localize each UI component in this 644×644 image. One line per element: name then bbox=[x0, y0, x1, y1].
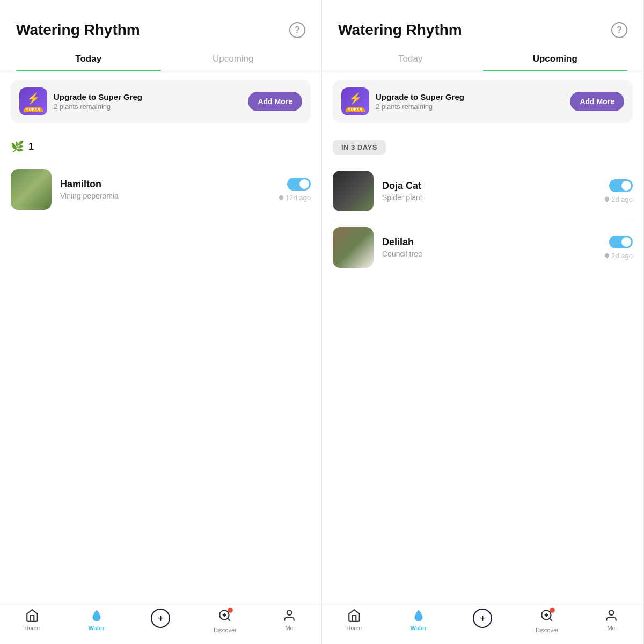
upgrade-title-right: Upgrade to Super Greg bbox=[376, 92, 564, 101]
home-icon-left bbox=[25, 609, 39, 623]
nav-discover-right[interactable]: Discover bbox=[515, 609, 579, 633]
upgrade-text-right: Upgrade to Super Greg 2 plants remaining bbox=[376, 92, 564, 111]
discover-dot-left bbox=[228, 608, 233, 613]
super-label-left: SUPER bbox=[24, 107, 43, 112]
plant-name-hamilton: Hamilton bbox=[60, 179, 270, 190]
add-icon-left[interactable]: + bbox=[151, 609, 170, 628]
nav-home-label-left: Home bbox=[24, 625, 40, 631]
discover-wrap-left bbox=[218, 609, 232, 625]
content-left: 🌿 1 Hamilton Vining peperomia 12d ago bbox=[0, 131, 321, 602]
page-title-right: Watering Rhythm bbox=[338, 21, 462, 39]
plant-image-dojacat bbox=[333, 171, 374, 211]
add-more-button-right[interactable]: Add More bbox=[570, 92, 624, 111]
bottom-nav-left: Home Water + Discover bbox=[0, 602, 321, 644]
days-badge-right: IN 3 DAYS bbox=[333, 140, 386, 155]
tab-upcoming-right[interactable]: Upcoming bbox=[483, 47, 628, 71]
last-watered-hamilton: 12d ago bbox=[279, 194, 311, 202]
nav-water-left[interactable]: Water bbox=[64, 609, 129, 633]
last-watered-dojacat: 2d ago bbox=[605, 195, 633, 203]
tabs-right: Today Upcoming bbox=[322, 47, 643, 71]
plant-type-dojacat: Spider plant bbox=[382, 193, 596, 202]
section-header-right: IN 3 DAYS bbox=[333, 140, 633, 155]
plant-info-dojacat: Doja Cat Spider plant bbox=[382, 180, 596, 202]
plant-right-delilah: 2d ago bbox=[605, 236, 633, 260]
help-button-left[interactable]: ? bbox=[289, 22, 305, 38]
svg-point-1 bbox=[287, 610, 292, 615]
plant-item-hamilton: Hamilton Vining peperomia 12d ago bbox=[11, 162, 311, 217]
plant-image-delilah bbox=[333, 227, 374, 268]
discover-dot-right bbox=[550, 608, 555, 613]
super-label-right: SUPER bbox=[346, 107, 365, 112]
nav-water-label-right: Water bbox=[411, 625, 427, 631]
panel-left: Watering Rhythm ? Today Upcoming ⚡ SUPER… bbox=[0, 0, 322, 644]
toggle-dojacat[interactable] bbox=[609, 179, 633, 192]
last-watered-delilah: 2d ago bbox=[605, 252, 633, 260]
nav-add-left[interactable]: + bbox=[129, 609, 193, 633]
upgrade-banner-left: ⚡ SUPER Upgrade to Super Greg 2 plants r… bbox=[11, 80, 311, 123]
leaf-count-left: 1 bbox=[28, 141, 34, 152]
nav-me-left[interactable]: Me bbox=[257, 609, 321, 633]
plant-image-hamilton bbox=[11, 169, 52, 210]
water-drop-icon-dojacat bbox=[604, 196, 610, 202]
water-icon-right bbox=[412, 609, 426, 623]
nav-home-label-right: Home bbox=[346, 625, 362, 631]
plant-info-hamilton: Hamilton Vining peperomia bbox=[60, 179, 270, 200]
plant-item-dojacat: Doja Cat Spider plant 2d ago bbox=[333, 163, 633, 219]
lightning-icon-left: ⚡ bbox=[27, 92, 40, 105]
upgrade-sub-right: 2 plants remaining bbox=[376, 103, 564, 111]
tab-today-left[interactable]: Today bbox=[16, 47, 161, 71]
nav-water-right[interactable]: Water bbox=[386, 609, 451, 633]
nav-me-right[interactable]: Me bbox=[579, 609, 643, 633]
nav-discover-label-right: Discover bbox=[536, 627, 559, 633]
plant-name-delilah: Delilah bbox=[382, 237, 596, 248]
toggle-hamilton[interactable] bbox=[287, 178, 311, 191]
nav-discover-label-left: Discover bbox=[214, 627, 237, 633]
nav-discover-left[interactable]: Discover bbox=[193, 609, 257, 633]
me-icon-left bbox=[282, 609, 296, 623]
help-button-right[interactable]: ? bbox=[611, 22, 627, 38]
upgrade-banner-right: ⚡ SUPER Upgrade to Super Greg 2 plants r… bbox=[333, 80, 633, 123]
svg-point-3 bbox=[609, 610, 614, 615]
home-icon-right bbox=[347, 609, 361, 623]
nav-home-left[interactable]: Home bbox=[0, 609, 64, 633]
upgrade-sub-left: 2 plants remaining bbox=[54, 103, 241, 111]
water-drop-icon-delilah bbox=[604, 252, 610, 258]
me-icon-right bbox=[604, 609, 618, 623]
super-badge-left: ⚡ SUPER bbox=[19, 87, 47, 115]
plant-type-delilah: Council tree bbox=[382, 250, 596, 258]
water-icon-left bbox=[90, 609, 104, 623]
nav-add-right[interactable]: + bbox=[451, 609, 515, 633]
page-title-left: Watering Rhythm bbox=[16, 21, 140, 39]
nav-me-label-left: Me bbox=[285, 625, 293, 631]
nav-water-label-left: Water bbox=[89, 625, 105, 631]
plant-type-hamilton: Vining peperomia bbox=[60, 192, 270, 200]
nav-home-right[interactable]: Home bbox=[322, 609, 386, 633]
plant-info-delilah: Delilah Council tree bbox=[382, 237, 596, 258]
bottom-nav-right: Home Water + Discover bbox=[322, 602, 643, 644]
add-icon-right[interactable]: + bbox=[473, 609, 492, 628]
upgrade-text-left: Upgrade to Super Greg 2 plants remaining bbox=[54, 92, 241, 111]
panel-right: Watering Rhythm ? Today Upcoming ⚡ SUPER… bbox=[322, 0, 644, 644]
section-header-left: 🌿 1 bbox=[11, 140, 311, 153]
add-more-button-left[interactable]: Add More bbox=[248, 92, 302, 111]
tabs-left: Today Upcoming bbox=[0, 47, 321, 71]
toggle-delilah[interactable] bbox=[609, 236, 633, 248]
leaf-icon-left: 🌿 bbox=[11, 140, 24, 153]
plant-item-delilah: Delilah Council tree 2d ago bbox=[333, 219, 633, 275]
plant-right-dojacat: 2d ago bbox=[605, 179, 633, 203]
content-right: IN 3 DAYS Doja Cat Spider plant 2d ago D… bbox=[322, 131, 643, 602]
upgrade-title-left: Upgrade to Super Greg bbox=[54, 92, 241, 101]
plant-name-dojacat: Doja Cat bbox=[382, 180, 596, 192]
lightning-icon-right: ⚡ bbox=[349, 92, 362, 105]
nav-me-label-right: Me bbox=[607, 625, 615, 631]
header-left: Watering Rhythm ? bbox=[0, 0, 321, 47]
discover-wrap-right bbox=[540, 609, 554, 625]
water-drop-icon-hamilton bbox=[278, 194, 284, 200]
tab-upcoming-left[interactable]: Upcoming bbox=[161, 47, 306, 71]
header-right: Watering Rhythm ? bbox=[322, 0, 643, 47]
plant-right-hamilton: 12d ago bbox=[279, 178, 311, 202]
super-badge-right: ⚡ SUPER bbox=[341, 87, 369, 115]
tab-today-right[interactable]: Today bbox=[338, 47, 483, 71]
